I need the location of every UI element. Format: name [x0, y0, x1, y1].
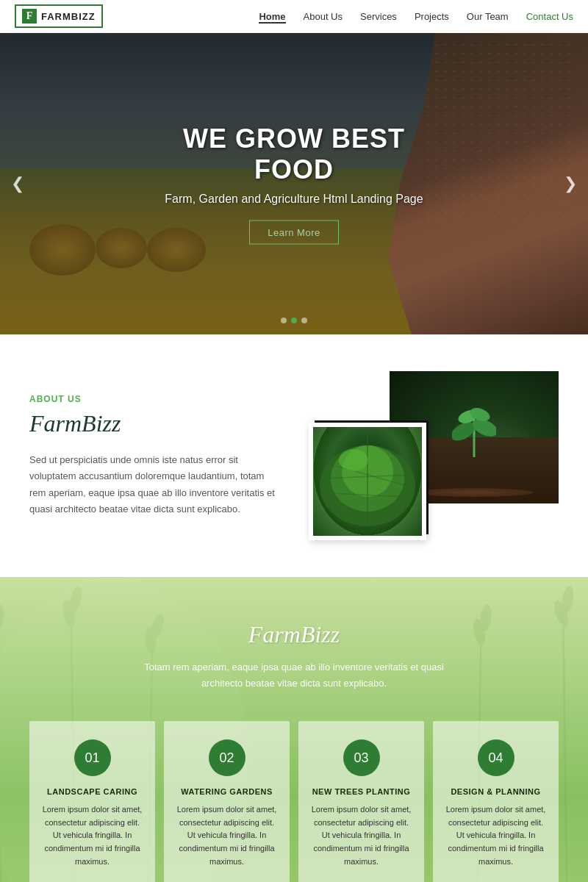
hero-learn-more-button[interactable]: Learn More [249, 220, 338, 245]
hero-content: WE GROW BEST FOOD Farm, Garden and Agric… [147, 123, 441, 245]
hero-prev-button[interactable]: ❮ [11, 174, 24, 193]
nav-link-projects[interactable]: Projects [415, 11, 449, 22]
green-section-content: FarmBizz Totam rem aperiam, eaque ipsa q… [29, 621, 559, 882]
sprout-icon [452, 398, 496, 457]
service-desc-3: Lorem ipsum dolor sit amet, consectetur … [309, 803, 413, 868]
service-title-1: LANDSCAPE CARING [40, 787, 144, 796]
service-num-3: 03 [343, 739, 380, 776]
about-images [309, 371, 559, 540]
nav-item-team[interactable]: Our Team [467, 10, 509, 23]
service-card-2: 02 WATERING GARDENS Lorem ipsum dolor si… [164, 721, 290, 882]
svg-line-26 [563, 604, 567, 882]
hero-dot-2[interactable] [291, 318, 297, 323]
nav-link-services[interactable]: Services [360, 11, 397, 22]
hero-next-button[interactable]: ❯ [564, 174, 577, 193]
services-grid: 01 LANDSCAPE CARING Lorem ipsum dolor si… [29, 721, 559, 882]
hero-dot-3[interactable] [301, 318, 307, 323]
svg-line-13 [0, 623, 2, 882]
green-section-desc: Totam rem aperiam, eaque ipsa quae ab il… [132, 659, 456, 692]
service-card-3: 03 NEW TREES PLANTING Lorem ipsum dolor … [298, 721, 424, 882]
about-description: Sed ut perspiciatis unde omnis iste natu… [29, 452, 279, 517]
service-title-2: WATERING GARDENS [175, 787, 279, 796]
service-card-4: 04 DESIGN & PLANNING Lorem ipsum dolor s… [433, 721, 559, 882]
svg-point-15 [0, 603, 5, 632]
about-label: ABOUT US [29, 394, 279, 404]
about-text: ABOUT US FarmBizz Sed ut perspiciatis un… [29, 394, 279, 517]
hero-title: WE GROW BEST FOOD [147, 123, 441, 185]
about-section: ABOUT US FarmBizz Sed ut perspiciatis un… [0, 334, 588, 577]
logo-icon: F [22, 9, 37, 24]
service-desc-1: Lorem ipsum dolor sit amet, consectetur … [40, 803, 144, 868]
leaf-pattern-svg [313, 427, 422, 536]
service-title-4: DESIGN & PLANNING [444, 787, 548, 796]
service-num-1: 01 [74, 739, 111, 776]
logo-text: FARMBIZZ [41, 11, 96, 22]
nav-item-about[interactable]: About Us [304, 10, 343, 23]
about-title: FarmBizz [29, 410, 279, 437]
svg-point-12 [339, 449, 368, 471]
navbar: F FARMBIZZ Home About Us Services Projec… [0, 0, 588, 33]
nav-item-projects[interactable]: Projects [415, 10, 449, 23]
svg-point-19 [66, 585, 84, 614]
nav-item-contact[interactable]: Contact Us [526, 10, 573, 23]
nav-link-team[interactable]: Our Team [467, 11, 509, 22]
nav-item-home[interactable]: Home [259, 10, 285, 23]
hero-dots [281, 318, 307, 323]
hero-dot-1[interactable] [281, 318, 287, 323]
service-desc-2: Lorem ipsum dolor sit amet, consectetur … [175, 803, 279, 868]
svg-point-28 [560, 585, 576, 614]
nav-item-services[interactable]: Services [360, 10, 397, 23]
hero-section: WE GROW BEST FOOD Farm, Garden and Agric… [0, 33, 588, 334]
nav-link-contact[interactable]: Contact Us [526, 11, 573, 22]
logo[interactable]: F FARMBIZZ [15, 4, 103, 28]
green-services-section: FarmBizz Totam rem aperiam, eaque ipsa q… [0, 577, 588, 882]
service-desc-4: Lorem ipsum dolor sit amet, consectetur … [444, 803, 548, 868]
service-num-2: 02 [209, 739, 245, 776]
service-card-1: 01 LANDSCAPE CARING Lorem ipsum dolor si… [29, 721, 155, 882]
service-num-4: 04 [478, 739, 514, 776]
nav-links: Home About Us Services Projects Our Team… [259, 10, 573, 23]
service-title-3: NEW TREES PLANTING [309, 787, 413, 796]
green-section-title: FarmBizz [29, 621, 559, 648]
hero-subtitle: Farm, Garden and Agriculture Html Landin… [147, 193, 441, 206]
about-image-front [309, 423, 426, 540]
nav-link-about[interactable]: About Us [304, 11, 343, 22]
nav-link-home[interactable]: Home [259, 11, 285, 24]
